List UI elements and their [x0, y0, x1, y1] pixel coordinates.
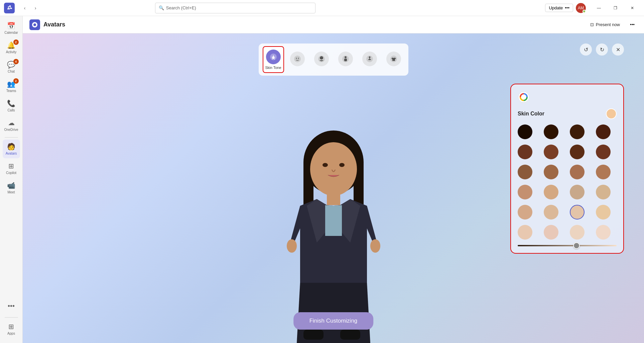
color-swatch[interactable] — [518, 205, 532, 220]
svg-point-25 — [370, 239, 380, 253]
svg-rect-10 — [344, 59, 347, 61]
activity-badge: 2 — [13, 39, 19, 45]
color-swatch[interactable] — [596, 124, 611, 139]
category-body[interactable] — [335, 46, 356, 73]
nav-arrows: ‹ › — [20, 3, 40, 13]
main-layout: 📅 Calendar 🔔 Activity 2 💬 Chat 4 👥 Teams… — [0, 16, 644, 343]
sidebar-label-calendar: Calendar — [4, 31, 18, 34]
avatar-figure — [273, 115, 394, 343]
present-label: Present now — [596, 22, 620, 27]
head-icon — [314, 52, 329, 66]
present-icon: ⊡ — [590, 22, 594, 27]
face-icon — [290, 52, 305, 66]
svg-point-21 — [323, 163, 328, 167]
skin-tone-label: Skin Tone — [265, 66, 281, 70]
color-swatch[interactable] — [570, 225, 585, 240]
svg-point-24 — [287, 239, 297, 253]
color-swatch[interactable] — [596, 225, 611, 240]
color-swatch[interactable] — [596, 145, 611, 159]
svg-point-1 — [33, 23, 36, 26]
sidebar-item-chat[interactable]: 💬 Chat 4 — [3, 58, 20, 76]
sidebar-item-copilot[interactable]: ⊞ Copilot — [3, 159, 20, 178]
present-now-button[interactable]: ⊡ Present now — [586, 20, 624, 29]
skin-panel-header: Skin Color — [518, 108, 617, 119]
category-toolbar: Skin Tone — [259, 44, 408, 76]
svg-point-22 — [339, 163, 345, 167]
minimize-button[interactable]: — — [591, 3, 607, 13]
category-head[interactable] — [311, 46, 332, 73]
sidebar-bottom: ••• ⊞ Apps — [3, 296, 20, 343]
copilot-icon: ⊞ — [8, 162, 14, 170]
google-colors-icon — [518, 91, 530, 103]
more-icon: ••• — [8, 302, 15, 310]
sidebar-item-activity[interactable]: 🔔 Activity 2 — [3, 38, 20, 57]
finish-customizing-button[interactable]: Finish Customizing — [293, 312, 374, 330]
colors-grid — [518, 124, 617, 240]
color-swatch[interactable] — [518, 225, 532, 240]
color-swatch[interactable] — [544, 185, 558, 199]
color-swatch[interactable] — [570, 165, 585, 179]
app-header: Avatars ⊡ Present now ••• — [23, 16, 644, 33]
color-swatch[interactable] — [570, 145, 585, 159]
sidebar-item-calendar[interactable]: 📅 Calendar — [3, 19, 20, 37]
sidebar-item-more[interactable]: ••• — [3, 296, 20, 315]
svg-rect-23 — [327, 192, 340, 205]
svg-point-9 — [345, 56, 347, 58]
sidebar-item-avatars[interactable]: 🧑 Avatars — [3, 140, 20, 158]
color-swatch[interactable] — [518, 185, 532, 199]
redo-button[interactable]: ↻ — [596, 44, 608, 56]
category-clothing[interactable] — [383, 46, 404, 73]
search-bar[interactable]: 🔍 Search (Ctrl+E) — [155, 3, 315, 13]
category-skin-tone[interactable]: Skin Tone — [263, 46, 284, 73]
update-label: Update — [549, 5, 563, 10]
close-button[interactable]: ✕ — [625, 3, 640, 13]
chat-badge: 4 — [13, 59, 19, 64]
pose-icon — [362, 52, 377, 66]
panel-logo — [518, 91, 617, 104]
undo-button[interactable]: ↺ — [580, 44, 592, 56]
color-swatch[interactable] — [570, 124, 585, 139]
color-swatch[interactable] — [518, 165, 532, 179]
color-swatch[interactable] — [596, 205, 611, 220]
color-swatch[interactable] — [518, 145, 532, 159]
sidebar-item-apps[interactable]: ⊞ Apps — [3, 320, 20, 338]
slider-container — [518, 245, 617, 246]
svg-rect-27 — [340, 330, 360, 340]
category-pose[interactable] — [359, 46, 380, 73]
sidebar-item-teams[interactable]: 👥 Teams 2 — [3, 77, 20, 96]
color-swatch[interactable] — [544, 145, 558, 159]
sidebar-item-meet[interactable]: 📹 Meet — [3, 178, 20, 197]
header-more-button[interactable]: ••• — [627, 20, 637, 30]
nav-back-button[interactable]: ‹ — [20, 3, 29, 13]
apps-icon: ⊞ — [8, 323, 14, 331]
profile-avatar[interactable]: AM — [576, 3, 586, 13]
teams-logo-icon — [4, 3, 15, 13]
color-swatch[interactable] — [518, 124, 532, 139]
sidebar-divider-bottom — [5, 317, 18, 318]
svg-point-5 — [298, 58, 299, 59]
maximize-button[interactable]: ❐ — [608, 3, 623, 13]
sidebar-item-onedrive[interactable]: ☁ OneDrive — [3, 116, 20, 135]
color-swatch[interactable] — [544, 205, 558, 220]
profile-initials: AM — [578, 6, 584, 10]
category-face[interactable] — [287, 46, 308, 73]
color-swatch[interactable] — [596, 185, 611, 199]
svg-point-20 — [310, 142, 357, 196]
color-swatch[interactable] — [544, 165, 558, 179]
color-swatch[interactable] — [544, 225, 558, 240]
titlebar: ‹ › 🔍 Search (Ctrl+E) Update ••• AM — ❐ … — [0, 0, 644, 16]
color-swatch[interactable] — [544, 124, 558, 139]
color-swatch[interactable] — [570, 185, 585, 199]
sidebar-label-copilot: Copilot — [6, 171, 16, 175]
color-swatch[interactable] — [596, 165, 611, 179]
nav-forward-button[interactable]: › — [31, 3, 40, 13]
color-swatch[interactable] — [570, 205, 585, 220]
skin-color-panel: Skin Color — [510, 84, 624, 254]
sidebar-item-calls[interactable]: 📞 Calls — [3, 96, 20, 115]
svg-point-12 — [369, 57, 370, 58]
close-editor-button[interactable]: ✕ — [612, 44, 624, 56]
selected-color-preview — [606, 108, 617, 119]
update-button[interactable]: Update ••• — [545, 4, 573, 12]
update-dots: ••• — [565, 5, 569, 10]
skin-tone-slider[interactable] — [518, 245, 617, 246]
